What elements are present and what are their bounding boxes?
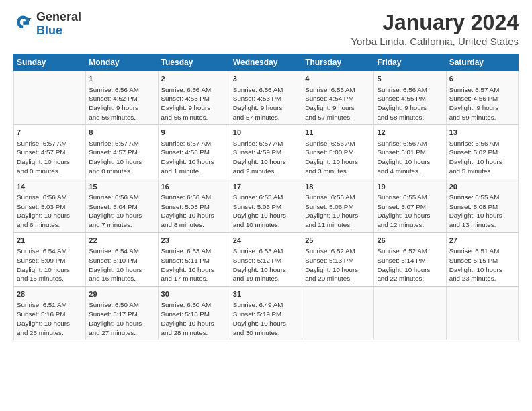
day-info-line: and 22 minutes. — [377, 274, 443, 283]
day-info-line: Sunrise: 6:51 AM — [449, 246, 515, 256]
day-number: 14 — [17, 182, 83, 192]
day-cell: 30Sunrise: 6:50 AMSunset: 5:18 PMDayligh… — [158, 287, 230, 340]
day-number: 25 — [305, 236, 371, 246]
day-info-line: Daylight: 10 hours — [233, 157, 299, 167]
col-header-tuesday: Tuesday — [158, 54, 230, 71]
week-row-5: 28Sunrise: 6:51 AMSunset: 5:16 PMDayligh… — [14, 287, 519, 340]
day-info-line: Sunrise: 6:57 AM — [89, 139, 154, 148]
day-info-line: Sunset: 5:17 PM — [89, 310, 154, 319]
day-info-line: Daylight: 9 hours — [161, 103, 227, 113]
col-header-monday: Monday — [86, 54, 158, 71]
day-number: 24 — [233, 236, 299, 246]
day-number: 26 — [377, 236, 443, 246]
day-cell: 13Sunrise: 6:56 AMSunset: 5:02 PMDayligh… — [446, 125, 518, 179]
day-cell: 8Sunrise: 6:57 AMSunset: 4:57 PMDaylight… — [86, 125, 158, 179]
day-info-line: Daylight: 10 hours — [89, 319, 154, 328]
day-cell: 1Sunrise: 6:56 AMSunset: 4:52 PMDaylight… — [86, 71, 158, 125]
day-info-line: Sunrise: 6:56 AM — [377, 139, 443, 148]
day-info-line: Daylight: 9 hours — [377, 103, 443, 113]
day-info-line: and 0 minutes. — [17, 167, 83, 176]
day-cell: 2Sunrise: 6:56 AMSunset: 4:53 PMDaylight… — [158, 71, 230, 125]
day-cell: 16Sunrise: 6:56 AMSunset: 5:05 PMDayligh… — [158, 179, 230, 232]
day-info-line: Sunset: 5:10 PM — [89, 256, 154, 265]
logo-text: General Blue — [36, 11, 81, 38]
day-info-line: Sunset: 5:07 PM — [377, 202, 443, 212]
day-info-line: Sunrise: 6:56 AM — [233, 85, 299, 95]
day-info-line: Sunrise: 6:55 AM — [449, 193, 515, 202]
day-info-line: Sunset: 5:09 PM — [17, 256, 83, 265]
day-info-line: Daylight: 10 hours — [161, 265, 227, 275]
day-info-line: Sunrise: 6:56 AM — [17, 193, 83, 202]
day-info-line: Daylight: 9 hours — [449, 103, 515, 113]
day-number: 9 — [161, 128, 227, 138]
day-info-line: and 23 minutes. — [449, 274, 515, 283]
day-info-line: Sunset: 5:15 PM — [449, 256, 515, 265]
day-info-line: and 6 minutes. — [17, 220, 83, 230]
day-info-line: Daylight: 10 hours — [89, 157, 154, 167]
day-cell — [446, 287, 518, 340]
day-info-line: Sunrise: 6:50 AM — [89, 300, 154, 310]
calendar-page: General Blue January 2024 Yorba Linda, C… — [0, 0, 532, 411]
day-info-line: Sunset: 4:56 PM — [449, 94, 515, 103]
day-info-line: Sunrise: 6:55 AM — [305, 193, 371, 202]
day-info-line: Daylight: 10 hours — [89, 265, 154, 275]
day-info-line: Daylight: 10 hours — [17, 319, 83, 328]
day-cell: 22Sunrise: 6:54 AMSunset: 5:10 PMDayligh… — [86, 232, 158, 286]
day-number: 11 — [305, 128, 371, 138]
day-cell — [14, 71, 86, 125]
day-info-line: and 20 minutes. — [305, 274, 371, 283]
day-info-line: Sunset: 5:08 PM — [449, 202, 515, 212]
col-header-thursday: Thursday — [302, 54, 374, 71]
day-info-line: Sunrise: 6:49 AM — [233, 300, 299, 310]
day-cell: 17Sunrise: 6:55 AMSunset: 5:06 PMDayligh… — [230, 179, 302, 232]
day-number: 4 — [305, 74, 371, 84]
day-number: 13 — [449, 128, 515, 138]
day-cell: 20Sunrise: 6:55 AMSunset: 5:08 PMDayligh… — [446, 179, 518, 232]
day-info-line: Daylight: 10 hours — [233, 211, 299, 220]
day-info-line: and 7 minutes. — [89, 220, 154, 230]
day-info-line: Sunset: 5:12 PM — [233, 256, 299, 265]
day-info-line: Sunrise: 6:56 AM — [449, 139, 515, 148]
day-cell: 4Sunrise: 6:56 AMSunset: 4:54 PMDaylight… — [302, 71, 374, 125]
day-cell: 9Sunrise: 6:57 AMSunset: 4:58 PMDaylight… — [158, 125, 230, 179]
day-info-line: Sunrise: 6:57 AM — [161, 139, 227, 148]
day-cell: 18Sunrise: 6:55 AMSunset: 5:06 PMDayligh… — [302, 179, 374, 232]
day-info-line: and 16 minutes. — [89, 274, 154, 283]
day-number: 22 — [89, 236, 154, 246]
day-cell: 10Sunrise: 6:57 AMSunset: 4:59 PMDayligh… — [230, 125, 302, 179]
day-cell: 23Sunrise: 6:53 AMSunset: 5:11 PMDayligh… — [158, 232, 230, 286]
day-info-line: Daylight: 10 hours — [377, 211, 443, 220]
day-info-line: Sunrise: 6:57 AM — [17, 139, 83, 148]
day-info-line: and 57 minutes. — [305, 113, 371, 122]
day-info-line: and 58 minutes. — [377, 113, 443, 122]
day-info-line: Sunset: 5:14 PM — [377, 256, 443, 265]
day-info-line: Daylight: 10 hours — [305, 265, 371, 275]
day-info-line: and 2 minutes. — [233, 167, 299, 176]
day-info-line: Sunset: 5:16 PM — [17, 310, 83, 319]
day-info-line: Sunset: 5:04 PM — [89, 202, 154, 212]
day-info-line: Daylight: 9 hours — [305, 103, 371, 113]
day-info-line: Sunset: 4:54 PM — [305, 94, 371, 103]
day-number: 10 — [233, 128, 299, 138]
day-info-line: and 10 minutes. — [233, 220, 299, 230]
day-info-line: and 15 minutes. — [17, 274, 83, 283]
day-info-line: and 25 minutes. — [17, 328, 83, 338]
day-info-line: Sunrise: 6:52 AM — [377, 246, 443, 256]
day-info-line: and 30 minutes. — [233, 328, 299, 338]
day-info-line: and 11 minutes. — [305, 220, 371, 230]
day-info-line: Sunset: 4:57 PM — [89, 148, 154, 157]
day-info-line: and 56 minutes. — [161, 113, 227, 122]
day-info-line: Sunrise: 6:56 AM — [377, 85, 443, 95]
day-info-line: Daylight: 10 hours — [161, 157, 227, 167]
day-info-line: Daylight: 10 hours — [377, 157, 443, 167]
day-info-line: Sunset: 4:58 PM — [161, 148, 227, 157]
day-info-line: Sunset: 5:02 PM — [449, 148, 515, 157]
logo-general: General — [36, 10, 81, 24]
header: General Blue January 2024 Yorba Linda, C… — [13, 11, 519, 47]
day-info-line: Sunset: 5:01 PM — [377, 148, 443, 157]
day-cell: 11Sunrise: 6:56 AMSunset: 5:00 PMDayligh… — [302, 125, 374, 179]
day-number: 18 — [305, 182, 371, 192]
day-info-line: Sunrise: 6:54 AM — [89, 246, 154, 256]
day-number: 15 — [89, 182, 154, 192]
day-info-line: and 28 minutes. — [161, 328, 227, 338]
